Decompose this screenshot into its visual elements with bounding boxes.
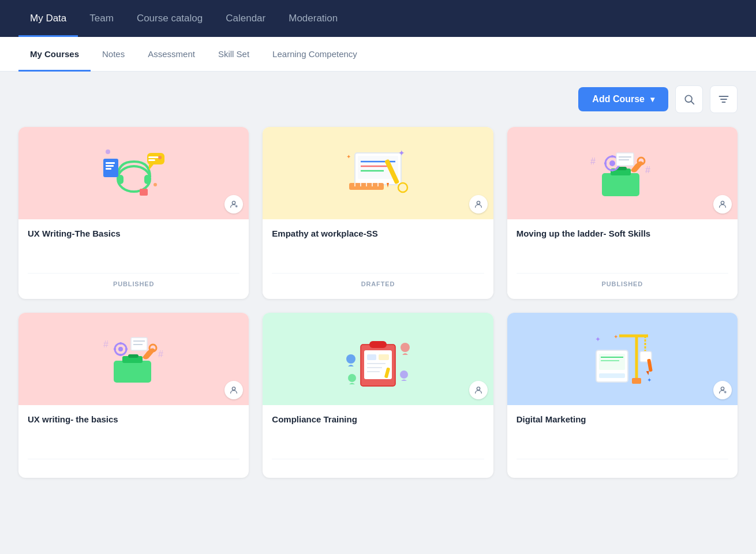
card-author-icon-3	[713, 195, 732, 214]
clipboard-illustration	[340, 327, 416, 391]
card-image-6: ✦ ✦ ✦	[507, 313, 738, 405]
svg-rect-39	[602, 173, 639, 196]
tab-learning-competency[interactable]: Learning Competency	[261, 37, 369, 72]
card-image-1	[18, 127, 249, 219]
add-course-label: Add Course	[592, 94, 645, 104]
add-course-button[interactable]: Add Course ▾	[578, 87, 668, 111]
tools-illustration: # #	[585, 141, 660, 205]
svg-rect-90	[599, 373, 625, 378]
top-nav: My Data Team Course catalog Calendar Mod…	[0, 0, 756, 37]
svg-rect-55	[114, 361, 151, 383]
card-body-5: Compliance Training	[263, 405, 493, 478]
card-author-icon-6	[713, 381, 732, 399]
main-content: Add Course ▾	[0, 72, 756, 492]
tab-skill-set[interactable]: Skill Set	[207, 37, 261, 72]
card-title-4: UX writing- the basics	[28, 414, 239, 424]
svg-rect-15	[106, 168, 111, 170]
card-body-3: Moving up the ladder- Soft Skills PUBLIS…	[507, 219, 738, 299]
svg-text:#: #	[103, 339, 108, 349]
course-card-digital-marketing[interactable]: ✦ ✦ ✦ Digital Marketing	[507, 313, 738, 478]
course-card-empathy[interactable]: ✦ ✦ Empathy at workplace-SS DRAFTED	[263, 127, 493, 299]
card-body-1: UX Writing-The Basics PUBLISHED	[18, 219, 249, 299]
svg-text:✦: ✦	[647, 377, 652, 383]
course-card-ux-writing-basics[interactable]: UX Writing-The Basics PUBLISHED	[18, 127, 249, 299]
nav-item-moderation[interactable]: Moderation	[277, 0, 349, 37]
svg-rect-14	[106, 165, 114, 167]
svg-text:✦: ✦	[595, 335, 601, 343]
svg-point-20	[233, 201, 235, 204]
card-author-icon-4	[224, 381, 243, 399]
svg-rect-75	[367, 354, 376, 360]
svg-rect-11	[148, 159, 155, 161]
svg-point-82	[348, 374, 356, 382]
svg-rect-13	[106, 162, 115, 164]
tab-my-courses[interactable]: My Courses	[18, 37, 91, 72]
svg-point-60	[118, 347, 123, 351]
svg-text:✦: ✦	[346, 154, 351, 160]
svg-point-16	[158, 156, 162, 159]
card-status-3: PUBLISHED	[517, 273, 728, 290]
card-title-2: Empathy at workplace-SS	[272, 229, 484, 238]
card-author-icon-5	[469, 381, 488, 399]
card-title-1: UX Writing-The Basics	[28, 229, 239, 238]
card-body-4: UX writing- the basics	[18, 405, 249, 478]
svg-rect-94	[632, 378, 641, 384]
svg-point-101	[721, 387, 724, 390]
svg-point-44	[609, 160, 615, 166]
course-grid: UX Writing-The Basics PUBLISHED	[18, 127, 738, 478]
filter-button[interactable]	[710, 85, 738, 113]
svg-point-70	[233, 387, 235, 390]
card-body-2: Empathy at workplace-SS DRAFTED	[263, 219, 493, 299]
tab-notes[interactable]: Notes	[91, 37, 136, 72]
sub-nav: My Courses Notes Assessment Skill Set Le…	[0, 37, 756, 72]
tools2-illustration: # #	[96, 327, 171, 391]
card-status-5	[272, 459, 484, 469]
svg-text:#: #	[645, 165, 650, 175]
svg-text:✦: ✦	[613, 334, 618, 340]
svg-rect-10	[148, 156, 159, 158]
nav-item-calendar[interactable]: Calendar	[214, 0, 277, 37]
course-card-compliance[interactable]: Compliance Training	[263, 313, 493, 478]
svg-text:✦: ✦	[398, 148, 405, 158]
course-card-moving-up[interactable]: # # Moving up the ladder- Soft Skills PU…	[507, 127, 738, 299]
card-image-5	[263, 313, 493, 405]
card-status-2: DRAFTED	[272, 273, 484, 290]
svg-point-81	[401, 343, 410, 352]
svg-text:#: #	[590, 156, 596, 166]
svg-point-18	[154, 183, 157, 186]
svg-line-1	[691, 102, 694, 104]
svg-point-37	[398, 183, 407, 192]
design-illustration: ✦ ✦	[340, 141, 416, 205]
card-title-3: Moving up the ladder- Soft Skills	[517, 229, 728, 238]
svg-point-83	[400, 370, 408, 379]
svg-point-54	[721, 201, 724, 204]
card-title-6: Digital Marketing	[517, 414, 728, 424]
card-status-4	[28, 459, 239, 469]
nav-item-my-data[interactable]: My Data	[18, 0, 78, 37]
svg-point-85	[477, 387, 480, 390]
tab-assessment[interactable]: Assessment	[136, 37, 207, 72]
card-title-5: Compliance Training	[272, 414, 484, 424]
card-body-6: Digital Marketing	[507, 405, 738, 478]
svg-rect-19	[140, 189, 148, 196]
nav-item-course-catalog[interactable]: Course catalog	[125, 0, 214, 37]
search-button[interactable]	[675, 85, 703, 113]
svg-text:#: #	[158, 349, 163, 359]
card-author-icon-2	[469, 195, 488, 214]
nav-item-team[interactable]: Team	[78, 0, 125, 37]
card-image-4: # #	[18, 313, 249, 405]
search-icon	[683, 93, 695, 105]
crane-illustration: ✦ ✦ ✦	[585, 327, 660, 391]
headset-illustration	[96, 141, 171, 205]
svg-point-38	[477, 201, 480, 204]
filter-icon	[718, 93, 729, 105]
card-author-icon-1	[224, 195, 243, 214]
chevron-down-icon: ▾	[650, 95, 654, 104]
svg-rect-8	[147, 153, 164, 164]
svg-rect-57	[128, 354, 139, 358]
svg-point-80	[346, 354, 355, 364]
card-image-3: # #	[507, 127, 738, 219]
course-card-ux-writing-2[interactable]: # # UX writing- the basics	[18, 313, 249, 478]
svg-rect-87	[599, 354, 625, 370]
svg-rect-76	[379, 354, 389, 360]
